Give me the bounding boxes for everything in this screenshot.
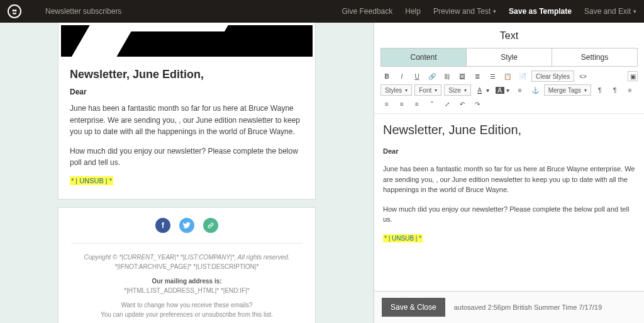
italic-button[interactable]: I (396, 71, 408, 82)
preview-and-test-menu[interactable]: Preview and Test ▾ (433, 7, 496, 16)
toolbar-row-2: Styles▾ Font▾ Size▾ A▾ A▾ ≡ ⚓ Merge Tags… (374, 82, 644, 114)
editor-unsub-tag: * | UNSUB | * (383, 234, 423, 242)
size-dropdown[interactable]: Size▾ (444, 84, 470, 96)
styles-dropdown[interactable]: Styles▾ (380, 84, 412, 96)
underline-button[interactable]: U (411, 71, 423, 82)
monkey-icon (10, 7, 19, 16)
special-char-button[interactable]: " (426, 98, 438, 110)
rtl-button[interactable]: ¶ (609, 84, 621, 96)
bird-icon (183, 222, 191, 229)
tab-style[interactable]: Style (466, 48, 552, 66)
undo-button[interactable]: ↶ (456, 98, 469, 110)
audience-name[interactable]: Newsletter subscribers (45, 7, 121, 16)
footer-update: You can update your preferences or unsub… (71, 310, 303, 319)
panel-tabs: Content Style Settings (380, 48, 638, 67)
save-and-exit-menu[interactable]: Save and Exit ▾ (584, 7, 636, 16)
align-right-button[interactable]: ≡ (396, 98, 408, 110)
panel-footer: Save & Close autosaved 2:56pm British Su… (374, 291, 644, 323)
ltr-button[interactable]: ¶ (594, 84, 606, 96)
unsubscribe-merge-tag: * | UNSUB | * (70, 176, 113, 185)
footer-copyright: Copyright © *|CURRENT_YEAR|* *|LIST:COMP… (84, 254, 289, 261)
line-height-button[interactable]: ≡ (514, 84, 526, 96)
toolbar-row-1: B I U 🔗 ⛓ 🖼 ≣ ☰ 📋 📄 Clear Styles <> ▣ (374, 67, 644, 82)
link-button[interactable]: 🔗 (426, 71, 438, 82)
top-bar: Newsletter subscribers Give Feedback Hel… (0, 0, 644, 23)
body-paragraph-1: June has been a fantastic month so far f… (70, 103, 304, 138)
save-as-template-button[interactable]: Save as Template (509, 7, 572, 16)
panel-title: Text (374, 23, 644, 48)
footer-mailing-label: Our mailing address is: (71, 276, 303, 286)
bg-color-button[interactable]: A▾ (494, 84, 511, 96)
footer-mailing-value: *|HTML:LIST_ADDRESS_HTML|* *|END:IF|* (71, 286, 303, 295)
chevron-down-icon: ▾ (493, 8, 496, 14)
merge-tags-dropdown[interactable]: Merge Tags▾ (544, 84, 591, 96)
email-preview-pane[interactable]: Newsletter, June Edition, Dear June has … (0, 23, 374, 323)
facebook-icon[interactable]: f (155, 218, 170, 233)
twitter-icon[interactable] (179, 218, 194, 233)
link-icon[interactable] (203, 218, 218, 233)
tab-settings[interactable]: Settings (552, 48, 637, 66)
anchor-button[interactable]: ⚓ (529, 84, 541, 96)
paste-button[interactable]: 📋 (501, 71, 514, 82)
footer-block[interactable]: f Copyright © *|CURRENT_YEAR|* *|LIST:CO… (58, 207, 316, 323)
preview-and-test-label: Preview and Test (433, 7, 491, 16)
social-row: f (71, 218, 303, 233)
align-center-button[interactable]: ≡ (380, 98, 393, 110)
fullscreen-button[interactable]: ⤢ (441, 98, 453, 110)
help-link[interactable]: Help (405, 7, 421, 16)
text-block[interactable]: Newsletter, June Edition, Dear June has … (58, 59, 316, 200)
hero-image (61, 25, 313, 57)
unlink-button[interactable]: ⛓ (441, 71, 453, 82)
chevron-down-icon: ▾ (633, 8, 636, 14)
greeting: Dear (70, 88, 304, 96)
tab-content[interactable]: Content (381, 48, 466, 66)
chain-icon (207, 222, 214, 229)
newsletter-title: Newsletter, June Edition, (70, 68, 304, 81)
rich-text-editor[interactable]: Newsletter, June Edition, Dear June has … (374, 116, 644, 291)
svg-point-0 (13, 9, 15, 12)
bold-button[interactable]: B (380, 71, 393, 82)
app-logo[interactable] (8, 4, 21, 18)
save-and-close-button[interactable]: Save & Close (382, 298, 445, 317)
ordered-list-button[interactable]: ≣ (471, 71, 484, 82)
unordered-list-button[interactable]: ☰ (486, 71, 499, 82)
give-feedback-link[interactable]: Give Feedback (342, 7, 393, 16)
svg-point-1 (14, 9, 17, 12)
align-justify-button[interactable]: ≡ (411, 98, 423, 110)
editor-panel: Text Content Style Settings B I U 🔗 ⛓ 🖼 … (374, 23, 644, 323)
hero-image-block[interactable] (58, 23, 316, 59)
main-split: Newsletter, June Edition, Dear June has … (0, 23, 644, 323)
footer-archive: *|IFNOT:ARCHIVE_PAGE|* *|LIST:DESCRIPTIO… (71, 262, 303, 271)
save-and-exit-label: Save and Exit (584, 7, 631, 16)
text-color-button[interactable]: A▾ (474, 84, 491, 96)
clear-styles-button[interactable]: Clear Styles (531, 71, 574, 82)
paste-plain-button[interactable]: 📄 (516, 71, 529, 82)
body-paragraph-2: How much did you enjoy our newsletter? P… (70, 145, 304, 169)
editor-paragraph-1: June has been a fantastic month so far f… (383, 164, 635, 195)
editor-greeting: Dear (383, 147, 635, 155)
footer-change: Want to change how you receive these ema… (71, 300, 303, 310)
editor-paragraph-2: How much did you enjoy our newsletter? P… (383, 204, 635, 225)
code-button[interactable]: <> (577, 71, 589, 82)
editor-title: Newsletter, June Edition, (383, 123, 635, 137)
redo-button[interactable]: ↷ (471, 98, 484, 110)
font-dropdown[interactable]: Font▾ (414, 84, 441, 96)
align-left-button[interactable]: ≡ (624, 84, 636, 96)
expand-toolbar-button[interactable]: ▣ (628, 71, 638, 81)
autosave-status: autosaved 2:56pm British Summer Time 7/1… (454, 303, 602, 311)
image-button[interactable]: 🖼 (456, 71, 469, 82)
